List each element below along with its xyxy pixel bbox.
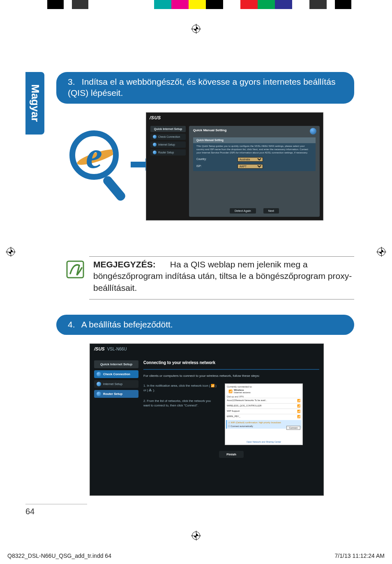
finish-button[interactable]: Finish	[219, 451, 244, 458]
asus-logo-2: /SUSVSL-N66U	[94, 346, 127, 351]
registration-mark-left	[6, 247, 16, 257]
inner-info: This Quick Setup guides you to quickly c…	[196, 145, 312, 154]
home-icon	[310, 128, 316, 135]
note-row: MEGJEGYZÉS: Ha a QIS weblap nem jelenik …	[65, 259, 354, 294]
router-config-screenshot-1: /SUS Quick Internet Setup Check Connecti…	[146, 112, 323, 220]
print-color-bar	[0, 0, 392, 9]
step-3-pill: 3. Indítsa el a webböngészőt, és kövesse…	[56, 72, 354, 104]
language-tab: Magyar	[25, 72, 44, 135]
next-button[interactable]: Next	[263, 208, 279, 214]
page-number: 64	[25, 504, 87, 516]
registration-mark-right	[376, 247, 386, 257]
step-4-number: 4.	[68, 319, 79, 330]
inner-header: Quick Manual Setting	[193, 137, 316, 143]
page-content: Magyar 3. Indítsa el a webböngészőt, és …	[25, 39, 367, 525]
sidebar-header: Quick Internet Setup	[150, 126, 186, 132]
step-3-number: 3.	[68, 76, 79, 87]
sidebar-item: Router Setup	[94, 390, 138, 398]
panel-title: Quick Manual Setting	[189, 126, 320, 135]
isp-select[interactable]: AAPT	[238, 164, 263, 169]
step-3-text: Indítsa el a webböngészőt, és kövesse a …	[68, 77, 335, 97]
main-header: Connecting to your wireless network	[143, 360, 319, 365]
footer-file: Q8322_DSL-N66U_QSG_add_tr.indd 64	[7, 552, 111, 559]
sub-text: For clients or computers to connect to y…	[143, 374, 319, 378]
sidebar-item-check: Check Connection	[150, 134, 186, 140]
network-item: WIP Support📶	[227, 408, 301, 414]
connect-button[interactable]: Connect	[286, 426, 301, 430]
country-select[interactable]: Australia	[238, 157, 263, 162]
network-item: Asus123Network Networks To be avail...📶	[227, 398, 301, 403]
network-item: WIRELESS_QOS_CONTROLLER📶	[227, 403, 301, 408]
isp-label: ISP:	[196, 165, 238, 168]
country-label: Country:	[196, 158, 238, 161]
sidebar-item: Internet Setup	[94, 380, 138, 388]
instruction-1: 1. In the notification area, click the n…	[143, 383, 217, 393]
sidebar-item-internet: Internet Setup	[150, 142, 186, 148]
footer-timestamp: 7/1/13 11:12:24 AM	[335, 552, 385, 559]
note-text: MEGJEGYZÉS: Ha a QIS weblap nem jelenik …	[93, 259, 354, 294]
registration-mark-top	[191, 24, 201, 34]
network-item: ERRN_PBY_📶	[227, 414, 301, 419]
step-4-text: A beállítás befejeződött.	[81, 320, 173, 329]
sidebar-item: Check Connection	[94, 370, 138, 378]
network-popup: Currently connected to: 📶 Wireless Inter…	[225, 383, 303, 445]
detect-button[interactable]: Detect Again	[230, 208, 256, 214]
open-network-center-link[interactable]: Open Network and Sharing Center	[225, 441, 302, 443]
divider	[89, 256, 354, 257]
asus-logo: /SUS	[150, 115, 161, 120]
step-4-pill: 4. A beállítás befejeződött.	[56, 315, 354, 335]
sidebar-item-router: Router Setup	[150, 149, 186, 156]
language-label: Magyar	[29, 84, 42, 122]
sidebar-header-2: Quick Internet Setup	[94, 360, 138, 368]
registration-mark-bottom	[191, 531, 201, 541]
divider	[89, 299, 354, 299]
instruction-2: 2. From the list of networks, click the …	[143, 399, 217, 408]
note-icon	[65, 259, 86, 280]
router-config-screenshot-2: /SUSVSL-N66U Quick Internet Setup Check …	[90, 344, 324, 496]
